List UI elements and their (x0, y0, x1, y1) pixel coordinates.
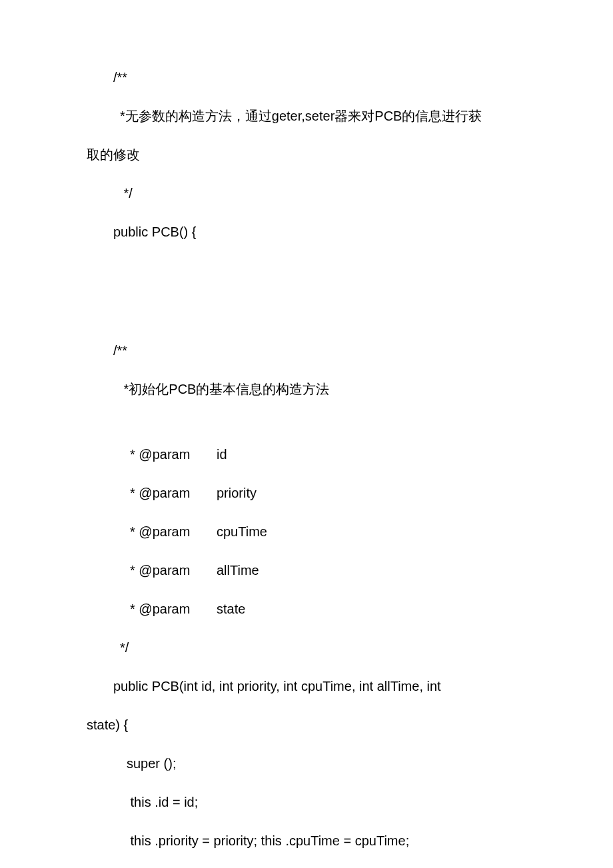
param-tag: * @param (130, 444, 217, 465)
param-name: priority (217, 482, 257, 504)
param-name: id (217, 444, 227, 465)
javadoc-param: * @param allTime (87, 560, 533, 581)
javadoc-description: *无参数的构造方法，通过geter,seter器来对PCB的信息进行获 (87, 105, 533, 127)
constructor-signature-wrap: state) { (87, 714, 533, 735)
javadoc-description: *初始化PCB的基本信息的构造方法 (87, 378, 533, 400)
param-name: cpuTime (217, 521, 267, 542)
spacer (87, 260, 533, 340)
param-name: state (217, 598, 245, 620)
javadoc-description-wrap: 取的修改 (87, 144, 533, 165)
javadoc-open: /** (87, 67, 533, 88)
code-line: this .id = id; (87, 791, 533, 813)
constructor-signature: public PCB() { (87, 221, 533, 242)
spacer (87, 417, 533, 444)
param-tag: * @param (130, 598, 217, 620)
param-tag: * @param (130, 482, 217, 504)
javadoc-close: */ (87, 637, 533, 658)
javadoc-open: /** (87, 340, 533, 361)
javadoc-param: * @param id (87, 444, 533, 465)
param-tag: * @param (130, 560, 217, 581)
javadoc-param: * @param state (87, 598, 533, 620)
javadoc-param: * @param priority (87, 482, 533, 504)
document-page: /** *无参数的构造方法，通过geter,seter器来对PCB的信息进行获 … (0, 67, 613, 851)
javadoc-close: */ (87, 183, 533, 204)
javadoc-param: * @param cpuTime (87, 521, 533, 542)
code-line: this .priority = priority; this .cpuTime… (87, 830, 533, 851)
param-name: allTime (217, 560, 259, 581)
param-tag: * @param (130, 521, 217, 542)
constructor-signature: public PCB(int id, int priority, int cpu… (87, 675, 533, 697)
code-line: super (); (87, 753, 533, 774)
